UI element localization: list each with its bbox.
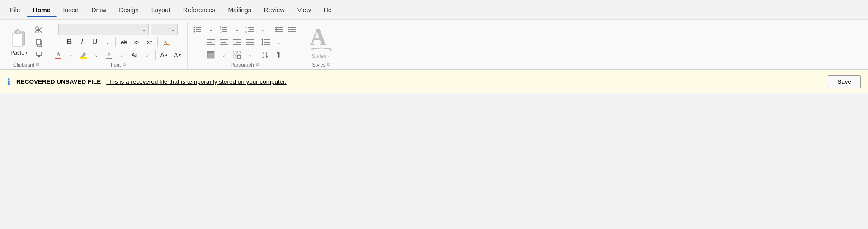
svg-marker-55	[261, 38, 263, 40]
svg-marker-56	[261, 44, 263, 46]
justify-button[interactable]	[244, 36, 256, 48]
increase-indent-button[interactable]	[286, 24, 298, 35]
paragraph-expand-icon[interactable]: ⧉	[256, 62, 259, 67]
multilevel-list-dropdown[interactable]: ⌄	[257, 24, 269, 35]
shrink-font-button[interactable]: A▼	[172, 49, 184, 61]
menu-design[interactable]: Design	[113, 3, 145, 17]
text-effects-button[interactable]: A	[160, 36, 172, 48]
underline-color-dropdown[interactable]: ⌄	[116, 49, 127, 61]
line-spacing-dropdown[interactable]: ⌄	[273, 36, 285, 48]
sort-button[interactable]: A Z	[259, 49, 272, 61]
italic-button[interactable]: I	[76, 36, 87, 48]
svg-rect-11	[38, 55, 40, 57]
superscript-button[interactable]: x2	[144, 36, 155, 48]
subscript-button[interactable]: x2	[131, 36, 142, 48]
paragraph-row-2: ⌄	[204, 36, 285, 48]
svg-marker-66	[266, 56, 268, 58]
menu-file[interactable]: File	[4, 3, 27, 17]
paste-button[interactable]: Paste ▾	[7, 27, 31, 58]
ordered-list-button[interactable]: 1 2 3	[217, 24, 230, 35]
separator-1	[115, 37, 116, 47]
highlight-button[interactable]	[78, 49, 89, 61]
multilevel-list-button[interactable]: a b c	[244, 24, 256, 35]
separator-2	[157, 37, 158, 47]
underline-button[interactable]: U	[89, 36, 100, 48]
svg-rect-10	[36, 52, 42, 55]
menu-layout[interactable]: Layout	[145, 3, 177, 17]
menu-home[interactable]: Home	[27, 3, 57, 17]
unordered-list-button[interactable]	[191, 24, 204, 35]
paste-dropdown-chevron: ▾	[25, 50, 28, 55]
clipboard-small-buttons	[32, 24, 45, 61]
paragraph-row-1: ⌄ 1 2 3 ⌄	[191, 24, 298, 35]
styles-expand-icon[interactable]: ⧉	[327, 62, 330, 67]
menu-references[interactable]: References	[177, 3, 222, 17]
notification-description: This is a recovered file that is tempora…	[106, 78, 286, 85]
font-group: ⌄ ⌄ B I U ⌄ ab x2 x2	[49, 22, 188, 69]
align-right-button[interactable]	[231, 36, 243, 48]
underline-dropdown[interactable]: ⌄	[102, 36, 113, 48]
svg-rect-58	[207, 51, 214, 53]
shading-dropdown[interactable]: ⌄	[217, 49, 230, 61]
font-expand-icon[interactable]: ⧉	[123, 62, 126, 67]
font-color-row: A ⌄	[53, 49, 184, 61]
svg-text:b: b	[247, 28, 248, 31]
borders-dropdown[interactable]: ⌄	[244, 49, 256, 61]
menu-review[interactable]: Review	[258, 3, 291, 17]
shading-button[interactable]	[204, 49, 217, 61]
show-hide-button[interactable]: ¶	[273, 49, 285, 61]
highlight-dropdown[interactable]: ⌄	[91, 49, 102, 61]
para-sep-3	[258, 50, 258, 60]
underline-color-button[interactable]: A	[104, 49, 114, 61]
para-sep-1	[271, 24, 271, 34]
styles-chevron: ⌄	[327, 53, 331, 58]
svg-rect-1	[12, 33, 22, 46]
menu-insert[interactable]: Insert	[57, 3, 85, 17]
styles-label: Styles ⧉	[312, 61, 330, 69]
font-family-chevron: ⌄	[142, 27, 146, 32]
copy-button[interactable]	[33, 37, 45, 48]
svg-rect-59	[233, 51, 236, 54]
cut-button[interactable]	[33, 24, 45, 36]
font-family-select[interactable]: ⌄	[58, 24, 149, 35]
grow-font-button[interactable]: A▲	[158, 49, 170, 61]
menu-bar: File Home Insert Draw Design Layout Refe…	[0, 0, 868, 20]
menu-view[interactable]: View	[291, 3, 317, 17]
borders-button[interactable]	[231, 49, 243, 61]
clipboard-expand-icon[interactable]: ⧉	[36, 62, 39, 67]
ordered-list-dropdown[interactable]: ⌄	[231, 24, 243, 35]
case-button[interactable]: Aa	[129, 49, 140, 61]
decrease-indent-button[interactable]	[273, 24, 285, 35]
svg-rect-61	[233, 55, 236, 58]
styles-button[interactable]: A Styles ⌄	[310, 26, 333, 59]
line-spacing-button[interactable]	[259, 36, 272, 48]
font-selector-row: ⌄ ⌄	[58, 24, 178, 35]
notification-save-button[interactable]: Save	[828, 75, 861, 88]
svg-point-17	[193, 31, 195, 33]
menu-draw[interactable]: Draw	[85, 3, 113, 17]
paragraph-label: Paragraph ⧉	[231, 61, 259, 69]
svg-rect-9	[36, 39, 41, 45]
unordered-list-dropdown[interactable]: ⌄	[204, 24, 217, 35]
strikethrough-button[interactable]: ab	[118, 36, 129, 48]
menu-mailings[interactable]: Mailings	[222, 3, 257, 17]
svg-text:3: 3	[220, 30, 222, 33]
font-label: Font ⧉	[111, 61, 126, 69]
clipboard-group: Paste ▾	[4, 22, 49, 69]
svg-point-13	[193, 27, 195, 28]
font-color-button[interactable]: A	[53, 49, 64, 61]
format-painter-button[interactable]	[33, 49, 45, 61]
styles-big-a: A	[310, 26, 333, 51]
font-size-select[interactable]: ⌄	[151, 24, 178, 35]
font-format-row: B I U ⌄ ab x2 x2 A	[64, 36, 172, 48]
svg-text:Z: Z	[262, 55, 264, 59]
case-dropdown[interactable]: ⌄	[142, 49, 152, 61]
align-center-button[interactable]	[217, 36, 230, 48]
font-controls: ⌄ ⌄ B I U ⌄ ab x2 x2	[53, 24, 184, 61]
bold-button[interactable]: B	[64, 36, 75, 48]
clipboard-label: Clipboard ⧉	[13, 61, 39, 69]
font-color-dropdown[interactable]: ⌄	[66, 49, 76, 61]
styles-group: A Styles ⌄ Styles ⧉	[302, 22, 340, 69]
menu-help[interactable]: He	[317, 3, 338, 17]
align-left-button[interactable]	[204, 36, 217, 48]
